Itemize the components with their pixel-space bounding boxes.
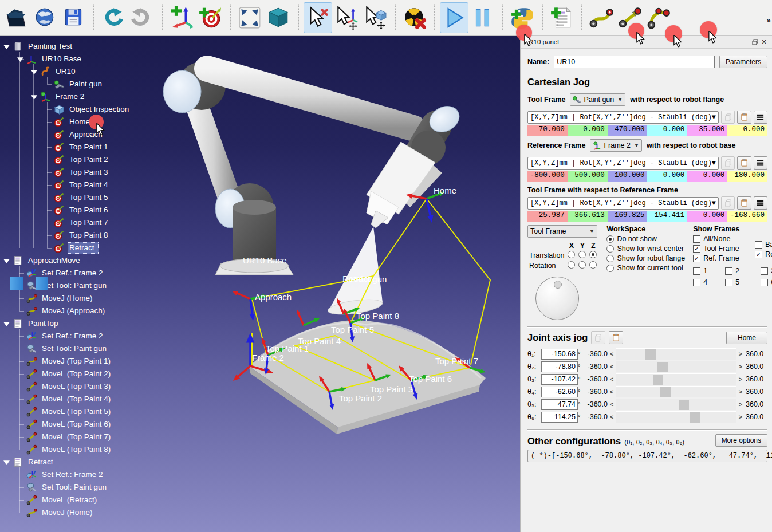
joint-decrease-arrow[interactable]: < (608, 413, 616, 420)
slider-handle[interactable] (690, 412, 700, 423)
joint-3-input[interactable] (541, 374, 578, 385)
joint-5-input[interactable] (541, 399, 578, 410)
add-program-button[interactable] (548, 2, 576, 33)
tree-item-movel-top-paint-7[interactable]: MoveL (Top Paint 7) (0, 431, 172, 443)
workspace-radio[interactable] (606, 265, 614, 272)
copy-pose-button-3[interactable] (721, 196, 735, 210)
tree-item-top-paint-4[interactable]: Top Paint 4 (0, 179, 172, 191)
tree-item-set-ref-frame-2[interactable]: Set Ref.: Frame 2 (0, 468, 172, 481)
frame-checkbox[interactable] (725, 279, 732, 286)
home-button[interactable]: Home (726, 332, 767, 344)
configuration-select[interactable]: ( *)-[-150.68°, -78.80°, -107.42°, -62.6… (527, 450, 767, 462)
joint-4-input[interactable] (541, 387, 578, 397)
add-reference-frame-button[interactable] (167, 2, 196, 33)
frame-checkbox[interactable] (725, 267, 732, 275)
copy-joints-button[interactable] (591, 331, 605, 344)
tree-item-ur10-base[interactable]: UR10 Base (0, 53, 172, 65)
copy-pose-button-2[interactable] (721, 156, 735, 170)
joint-increase-arrow[interactable]: > (736, 350, 745, 357)
joint-increase-arrow[interactable]: > (736, 388, 745, 395)
tree-item-movej-approach[interactable]: MoveJ (Approach) (0, 305, 172, 317)
jog-knob[interactable] (535, 277, 579, 320)
joint-decrease-arrow[interactable]: < (608, 388, 616, 395)
3d-viewport[interactable]: HomeUR10 BaseApproachPaint gunRetractTop… (0, 36, 520, 532)
tree-item-top-paint-5[interactable]: Top Paint 5 (0, 191, 172, 204)
joint-6-input[interactable] (541, 412, 578, 423)
translation-z-radio[interactable] (589, 251, 597, 258)
more-options-button[interactable]: More options (715, 434, 767, 447)
pose-format-select-2[interactable]: [X,Y,Z]mm | Rot[X,Y',Z'']deg - Stäubli (… (527, 157, 719, 170)
joint-1-slider[interactable] (616, 348, 736, 360)
workspace-radio[interactable] (606, 245, 614, 253)
play-button[interactable] (440, 2, 468, 33)
isometric-view-button[interactable] (264, 2, 293, 33)
open-online-library-button[interactable] (31, 2, 60, 33)
paste-joints-button[interactable] (609, 331, 623, 344)
joint-5-slider[interactable] (616, 399, 736, 410)
check-collisions-button[interactable] (400, 2, 429, 33)
joint-decrease-arrow[interactable]: < (608, 376, 616, 383)
joint-6-slider[interactable] (616, 411, 736, 423)
joint-1-input[interactable] (541, 349, 578, 360)
tree-item-retract[interactable]: Retract (0, 456, 172, 468)
tree-item-frame-2[interactable]: Frame 2 (0, 90, 172, 103)
redo-button[interactable] (128, 2, 156, 33)
tree-item-retract[interactable]: Retract (0, 242, 172, 254)
paste-pose-button[interactable] (737, 111, 751, 124)
pose-format-select-3[interactable]: [X,Y,Z]mm | Rot[X,Y',Z'']deg - Stäubli (… (527, 197, 719, 210)
tree-item-home[interactable]: Home (0, 116, 172, 128)
float-panel-icon[interactable] (750, 37, 759, 46)
joint-increase-arrow[interactable]: > (736, 376, 745, 383)
save-station-button[interactable] (60, 2, 88, 33)
tree-item-movel-top-paint-3[interactable]: MoveL (Top Paint 3) (0, 380, 172, 393)
joint-2-input[interactable] (541, 361, 578, 372)
tree-item-movel-top-paint-4[interactable]: MoveL (Top Paint 4) (0, 393, 172, 405)
frame-checkbox[interactable] (693, 279, 700, 286)
tree-item-set-tool-paint-gun[interactable]: Set Tool: Paint gun (0, 279, 172, 292)
joint-2-slider[interactable] (616, 361, 736, 372)
tree-item-movel-retract[interactable]: MoveL (Retract) (0, 494, 172, 506)
add-target-button[interactable] (196, 2, 224, 33)
parameters-button[interactable]: Parameters (719, 56, 767, 68)
tree-item-top-paint-6[interactable]: Top Paint 6 (0, 204, 172, 216)
move-reference-button[interactable] (332, 2, 361, 33)
tree-item-painting-test[interactable]: Painting Test (0, 40, 172, 53)
expand-arrow-icon[interactable] (2, 42, 10, 50)
undo-button[interactable] (99, 2, 128, 33)
panel-titlebar[interactable]: UR10 panel ✕ (521, 36, 772, 49)
open-file-button[interactable] (2, 2, 31, 33)
pose-menu-button[interactable] (754, 111, 767, 124)
tree-item-top-paint-2[interactable]: Top Paint 2 (0, 153, 172, 166)
pose-format-select[interactable]: [X,Y,Z]mm | Rot[X,Y',Z'']deg - Stäubli (… (527, 111, 719, 124)
tree-item-movel-top-paint-6[interactable]: MoveL (Top Paint 6) (0, 418, 172, 431)
tree-item-movej-home[interactable]: MoveJ (Home) (0, 506, 172, 519)
tree-item-movej-home[interactable]: MoveJ (Home) (0, 292, 172, 305)
fit-all-button[interactable] (235, 2, 264, 33)
rotation-x-radio[interactable] (568, 261, 575, 269)
movec-instruction-button[interactable] (644, 2, 673, 33)
expand-arrow-icon[interactable] (2, 458, 10, 466)
workspace-radio[interactable] (606, 235, 614, 243)
tree-item-object-inspection[interactable]: Object Inspection (0, 103, 172, 116)
tree-item-top-paint-8[interactable]: Top Paint 8 (0, 229, 172, 242)
tree-item-paint-gun[interactable]: Paint gun (0, 78, 172, 90)
movel-instruction-button[interactable] (616, 2, 644, 33)
tree-item-top-paint-3[interactable]: Top Paint 3 (0, 166, 172, 179)
tree-item-set-ref-frame-2[interactable]: Set Ref.: Frame 2 (0, 267, 172, 279)
pose-menu-button-2[interactable] (754, 156, 767, 170)
close-panel-icon[interactable]: ✕ (759, 37, 769, 46)
toolbar-overflow-chevron[interactable]: » (767, 16, 771, 25)
frame-checkbox[interactable] (693, 235, 700, 243)
tree-item-movel-top-paint-5[interactable]: MoveL (Top Paint 5) (0, 405, 172, 418)
translation-y-radio[interactable] (578, 251, 586, 258)
joint-4-slider[interactable] (616, 386, 736, 397)
move-object-button[interactable] (361, 2, 389, 33)
tree-item-set-tool-paint-gun[interactable]: Set Tool: Paint gun (0, 481, 172, 494)
slider-handle[interactable] (653, 375, 663, 385)
copy-pose-button[interactable] (721, 111, 735, 124)
reference-frame-select[interactable]: Frame 2▼ (590, 139, 641, 152)
joint-increase-arrow[interactable]: > (736, 401, 745, 408)
tree-item-movel-top-paint-2[interactable]: MoveL (Top Paint 2) (0, 368, 172, 380)
joint-decrease-arrow[interactable]: < (608, 401, 616, 408)
paste-pose-button-2[interactable] (737, 156, 751, 170)
